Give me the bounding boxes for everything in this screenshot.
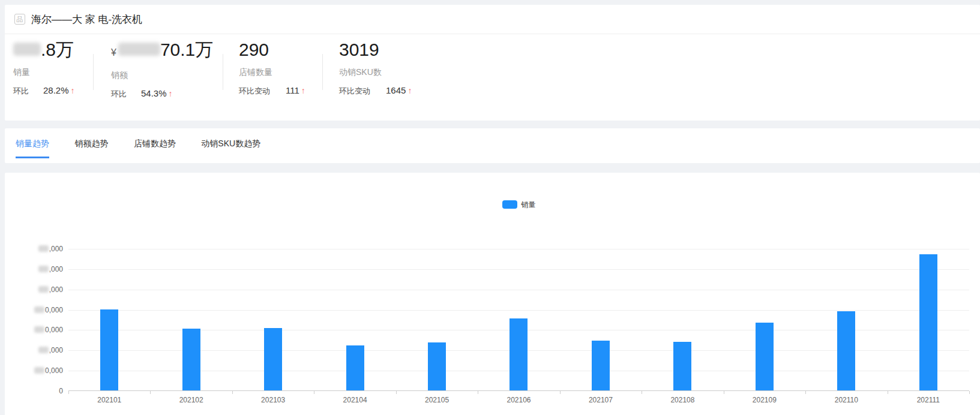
- y-tick-label: ,000: [38, 245, 63, 253]
- x-axis-tick: [805, 391, 806, 394]
- redacted-digits: [34, 367, 44, 374]
- bar-cell-202106: [478, 249, 559, 390]
- bar-cell-202105: [396, 249, 478, 390]
- bar-202108[interactable]: [673, 342, 691, 390]
- bar-cell-202110: [805, 249, 887, 390]
- kpi-label: 店铺数量: [239, 67, 305, 78]
- tab-sales-volume-trend[interactable]: 销量趋势: [16, 128, 49, 158]
- y-axis-labels: ,000,000,0000,0000,000,0000,0000: [5, 249, 63, 392]
- kpi-divider: [93, 54, 94, 90]
- kpi-delta: 环比变动1645↑: [339, 85, 412, 97]
- x-tick-label-202104: 202104: [314, 396, 395, 404]
- tab-shop-count-trend[interactable]: 店铺数趋势: [134, 128, 176, 158]
- bar-202105[interactable]: [428, 342, 446, 390]
- x-axis-labels: 2021012021022021032021042021052021062021…: [68, 396, 969, 404]
- kpi-label: 动销SKU数: [339, 67, 412, 78]
- y-tick-label: 0: [59, 387, 63, 395]
- x-axis-tick: [150, 391, 151, 394]
- bar-cell-202109: [724, 249, 805, 390]
- kpi-active-sku: 3019 动销SKU数 环比变动1645↑: [339, 40, 412, 97]
- currency-symbol: ¥: [111, 47, 116, 58]
- redacted-value: [13, 43, 41, 56]
- x-tick-label-202106: 202106: [478, 396, 559, 404]
- kpi-divider: [322, 54, 323, 90]
- kpi-value: ¥70.1万: [111, 40, 213, 63]
- x-tick-label-202105: 202105: [396, 396, 478, 404]
- bar-202109[interactable]: [756, 323, 774, 390]
- bar-202104[interactable]: [346, 345, 364, 390]
- bar-cell-202103: [232, 249, 314, 390]
- up-arrow-icon: ↑: [407, 86, 412, 95]
- tab-active-sku-trend[interactable]: 动销SKU数趋势: [201, 128, 260, 158]
- y-tick-label: ,000: [38, 265, 63, 273]
- bar-202102[interactable]: [182, 329, 200, 390]
- redacted-value: [118, 43, 160, 56]
- kpi-delta: 环比28.2%↑: [13, 85, 75, 97]
- x-tick-label-202111: 202111: [888, 396, 969, 404]
- x-axis-tick: [478, 391, 478, 394]
- x-axis-tick: [642, 391, 642, 394]
- x-tick-label-202101: 202101: [68, 396, 150, 404]
- trend-tabs-bar: 销量趋势 销额趋势 店铺数趋势 动销SKU数趋势: [5, 128, 980, 163]
- x-axis-tick: [724, 391, 724, 394]
- x-tick-label-202103: 202103: [232, 396, 314, 404]
- x-axis-tick: [560, 391, 561, 394]
- sales-trend-chart-card: 销量 ,000,000,0000,0000,000,0000,0000 2021…: [5, 173, 980, 415]
- page-title: 海尔——大 家 电-洗衣机: [31, 12, 142, 28]
- x-axis-tick: [396, 391, 397, 394]
- x-tick-label-202108: 202108: [642, 396, 723, 404]
- x-tick-label-202109: 202109: [724, 396, 805, 404]
- kpi-label: 销额: [111, 70, 213, 81]
- y-tick-label: 0,000: [34, 306, 63, 314]
- bar-cell-202101: [68, 249, 150, 390]
- redacted-digits: [34, 306, 44, 313]
- legend-label: 销量: [522, 200, 536, 210]
- bar-cell-202102: [150, 249, 232, 390]
- page-header: 品 海尔——大 家 电-洗衣机: [5, 5, 980, 34]
- bar-202103[interactable]: [264, 328, 282, 390]
- x-tick-label-202102: 202102: [150, 396, 232, 404]
- kpi-divider: [223, 54, 223, 90]
- kpi-delta: 环比变动111↑: [239, 85, 305, 97]
- bar-202106[interactable]: [510, 318, 528, 391]
- summary-card: 品 海尔——大 家 电-洗衣机 .8万 销量 环比28.2%↑ ¥70.1万 销…: [5, 5, 980, 121]
- up-arrow-icon: ↑: [71, 86, 75, 95]
- y-tick-label: ,000: [38, 285, 63, 294]
- bars: [68, 249, 969, 390]
- bar-202111[interactable]: [919, 254, 937, 390]
- kpi-sales-volume: .8万 销量 环比28.2%↑: [13, 40, 75, 97]
- redacted-digits: [38, 245, 49, 252]
- plot-area: [68, 249, 969, 391]
- redacted-digits: [38, 286, 49, 293]
- tab-sales-amount-trend[interactable]: 销额趋势: [74, 128, 108, 158]
- bar-cell-202104: [314, 249, 395, 390]
- up-arrow-icon: ↑: [301, 86, 305, 95]
- y-tick-label: 0,000: [34, 326, 63, 334]
- kpi-shop-count: 290 店铺数量 环比变动111↑: [239, 40, 305, 97]
- kpi-value: .8万: [13, 40, 75, 60]
- y-tick-label: ,000: [38, 346, 63, 354]
- chart-legend[interactable]: 销量: [68, 200, 969, 209]
- x-tick-label-202107: 202107: [560, 396, 642, 404]
- x-axis-tick: [888, 391, 888, 394]
- bar-cell-202111: [888, 249, 969, 390]
- x-axis-tick: [314, 391, 314, 394]
- redacted-digits: [38, 266, 49, 272]
- x-tick-label-202110: 202110: [805, 396, 887, 404]
- kpi-delta: 环比54.3%↑: [111, 88, 213, 100]
- x-axis-tick: [232, 391, 233, 394]
- bar-202107[interactable]: [592, 341, 610, 390]
- legend-swatch: [502, 200, 517, 209]
- x-axis-tick: [68, 391, 69, 394]
- bar-202110[interactable]: [837, 311, 855, 390]
- bar-202101[interactable]: [100, 309, 118, 390]
- redacted-digits: [34, 326, 44, 333]
- bar-cell-202108: [642, 249, 723, 390]
- kpi-value: 3019: [339, 40, 412, 60]
- y-tick-label: 0,000: [34, 366, 63, 375]
- brand-grid-icon: 品: [14, 14, 25, 25]
- redacted-digits: [38, 347, 49, 353]
- kpi-label: 销量: [13, 67, 75, 78]
- x-axis-tick: [969, 391, 970, 394]
- kpi-sales-amount: ¥70.1万 销额 环比54.3%↑: [111, 40, 213, 100]
